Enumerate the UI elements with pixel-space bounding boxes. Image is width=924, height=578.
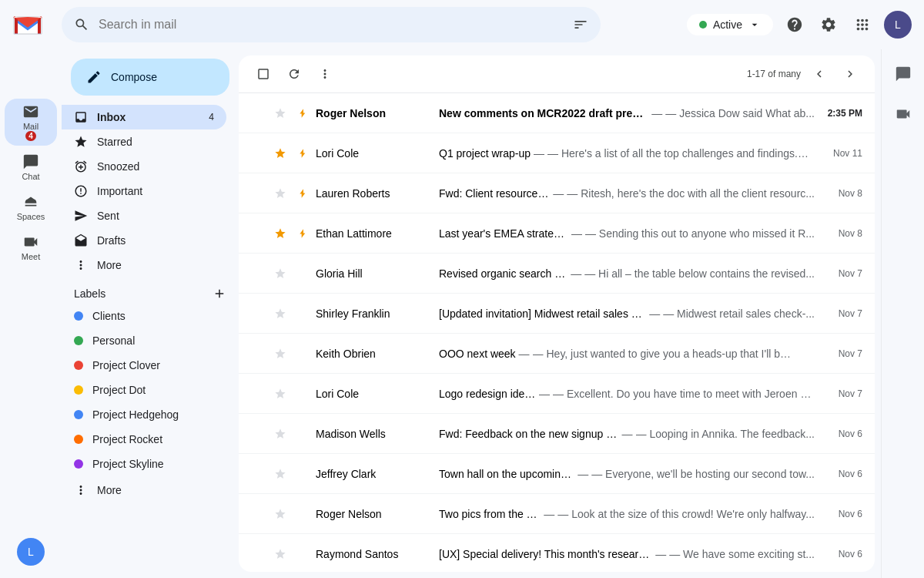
nav-label-clients[interactable]: Clients [62, 304, 226, 328]
email-star[interactable] [273, 386, 288, 402]
support-button[interactable] [779, 9, 810, 40]
apps-button[interactable] [847, 9, 878, 40]
email-star[interactable] [273, 346, 288, 361]
email-subject: Q1 project wrap-up [439, 147, 531, 160]
table-row[interactable]: Roger Nelson Two pics from the conferenc… [239, 494, 875, 534]
email-separator: — [649, 307, 660, 320]
nav-item-label: More [97, 259, 214, 271]
sent-icon [74, 209, 88, 223]
user-avatar[interactable]: L [884, 11, 912, 39]
right-chat-icon [895, 66, 912, 82]
table-row[interactable]: Lauren Roberts Fwd: Client resources for… [239, 173, 875, 213]
nav-item-labels-more[interactable]: More [62, 478, 226, 502]
table-row[interactable]: Ethan Lattimore Last year's EMEA strateg… [239, 213, 875, 254]
sidebar-logo-area [15, 55, 46, 86]
email-star[interactable] [273, 106, 288, 121]
inbox-icon [74, 110, 88, 124]
email-star[interactable] [273, 466, 288, 482]
table-row[interactable]: Gloria Hill Revised organic search numbe… [239, 254, 875, 294]
nav-item-starred[interactable]: Starred [62, 129, 226, 154]
table-row[interactable]: Jeffrey Clark Town hall on the upcoming … [239, 454, 875, 494]
compose-label: Compose [111, 71, 157, 83]
email-star[interactable] [273, 146, 288, 161]
email-star[interactable] [273, 186, 288, 201]
table-row[interactable]: Lori Cole Q1 project wrap-up — — Here's … [239, 133, 875, 173]
search-input[interactable] [99, 18, 564, 32]
more-options-button[interactable] [313, 62, 337, 86]
email-sender: Lori Cole [316, 147, 439, 160]
nav-item-more[interactable]: More [62, 253, 226, 277]
older-button[interactable] [838, 62, 862, 86]
nav-label-project-dot[interactable]: Project Dot [62, 378, 226, 402]
chevron-right-icon [843, 67, 857, 81]
labels-list: Clients Personal Project Clover Project … [62, 304, 239, 476]
sidebar-item-meet[interactable]: Meet [5, 229, 57, 266]
labels-section: Labels [62, 277, 239, 304]
email-content: Logo redesign ideas — — Excellent. Do yo… [439, 388, 815, 400]
select-all-button[interactable] [251, 62, 276, 86]
email-date: 2:35 PM [824, 108, 862, 119]
email-subject: Last year's EMEA strategy deck [439, 227, 568, 240]
email-content: Fwd: Client resources for Q3 — — Ritesh,… [439, 187, 815, 200]
refresh-button[interactable] [282, 62, 306, 86]
right-tab-meet[interactable] [885, 96, 922, 133]
email-star[interactable] [273, 426, 288, 442]
email-content: [Updated invitation] Midwest retail sale… [439, 307, 815, 320]
nav-item-drafts[interactable]: Drafts [62, 228, 226, 253]
email-content: OOO next week — — Hey, just wanted to gi… [439, 348, 815, 360]
email-snippet: — Excellent. Do you have time to meet wi… [553, 388, 815, 400]
nav-item-label: Important [97, 185, 214, 197]
nav-item-snoozed[interactable]: Snoozed [62, 154, 226, 179]
table-row[interactable]: Roger Nelson New comments on MCR2022 dra… [239, 93, 875, 133]
right-tab-chat[interactable] [885, 55, 922, 92]
settings-icon [820, 16, 837, 33]
email-sender: Roger Nelson [316, 508, 439, 520]
email-separator: — [651, 107, 662, 119]
email-content: Revised organic search numbers — — Hi al… [439, 267, 815, 280]
label-dot [74, 311, 83, 321]
email-snippet: — Here's a list of all the top challenge… [547, 147, 809, 160]
email-date: Nov 8 [824, 188, 862, 199]
settings-button[interactable] [813, 9, 844, 40]
table-row[interactable]: Madison Wells Fwd: Feedback on the new s… [239, 414, 875, 454]
table-row[interactable]: Keith Obrien OOO next week — — Hey, just… [239, 334, 875, 374]
nav-item-sent[interactable]: Sent [62, 203, 226, 228]
email-sender: Lauren Roberts [316, 187, 439, 200]
add-label-icon[interactable] [213, 287, 226, 301]
sidebar-user-avatar[interactable]: L [17, 538, 45, 566]
nav-label-project-hedgehog[interactable]: Project Hedgehog [62, 402, 226, 427]
email-snippet: — Everyone, we'll be hosting our second … [591, 468, 815, 480]
nav-label-project-clover[interactable]: Project Clover [62, 353, 226, 378]
nav-item-important[interactable]: Important [62, 179, 226, 203]
table-row[interactable]: Lori Cole Logo redesign ideas — — Excell… [239, 374, 875, 414]
email-sender: Keith Obrien [316, 348, 439, 360]
email-sender: Madison Wells [316, 428, 439, 440]
email-sender: Gloria Hill [316, 267, 439, 280]
email-subject: Fwd: Client resources for Q3 [439, 187, 550, 200]
email-star[interactable] [273, 506, 288, 522]
nav-label-personal[interactable]: Personal [62, 328, 226, 353]
email-separator: — [578, 468, 588, 480]
email-star[interactable] [273, 266, 288, 281]
active-status[interactable]: Active [687, 14, 773, 35]
nav-item-inbox[interactable]: Inbox 4 [62, 105, 226, 129]
email-date: Nov 7 [824, 388, 862, 399]
important-marker [297, 227, 310, 240]
email-snippet: — Looping in Annika. The feedback... [636, 428, 815, 440]
newer-button[interactable] [807, 62, 832, 86]
search-bar[interactable] [62, 7, 601, 42]
table-row[interactable]: Shirley Franklin [Updated invitation] Mi… [239, 294, 875, 334]
snoozed-icon [74, 160, 88, 173]
nav-label-project-skyline[interactable]: Project Skyline [62, 452, 226, 476]
email-star[interactable] [273, 546, 288, 562]
email-date: Nov 6 [824, 549, 862, 560]
sidebar-item-chat[interactable]: Chat [5, 149, 57, 186]
email-star[interactable] [273, 306, 288, 321]
nav-label-project-rocket[interactable]: Project Rocket [62, 427, 226, 452]
sidebar-item-mail[interactable]: Mail 4 [5, 99, 57, 146]
email-separator: — [655, 548, 666, 560]
compose-button[interactable]: Compose [71, 59, 229, 96]
sidebar-item-spaces[interactable]: Spaces [5, 189, 57, 226]
email-star[interactable] [273, 226, 288, 241]
table-row[interactable]: Raymond Santos [UX] Special delivery! Th… [239, 534, 875, 572]
